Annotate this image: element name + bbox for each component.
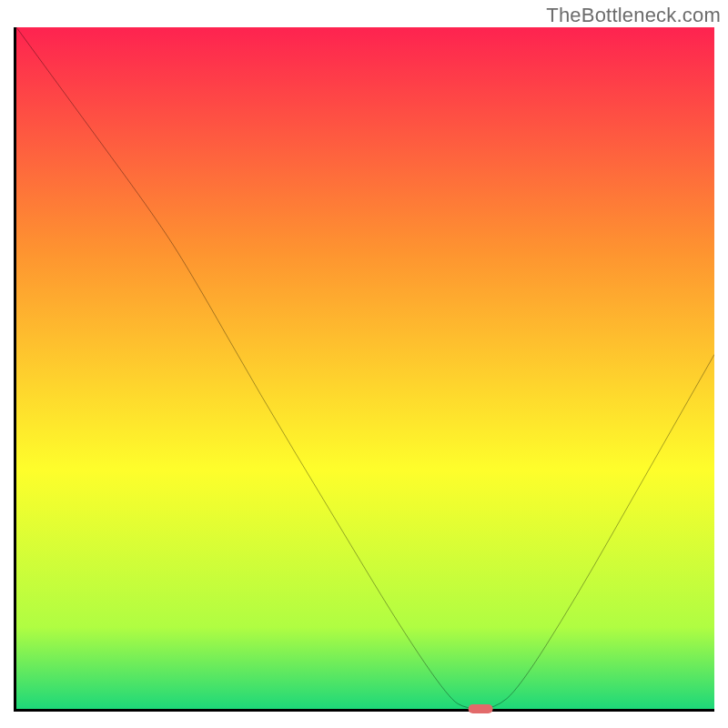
optimal-marker xyxy=(469,704,493,713)
plot-area xyxy=(14,27,714,712)
bottleneck-curve xyxy=(16,27,714,709)
attribution-text: TheBottleneck.com xyxy=(546,4,721,27)
chart-canvas: TheBottleneck.com xyxy=(0,0,728,728)
